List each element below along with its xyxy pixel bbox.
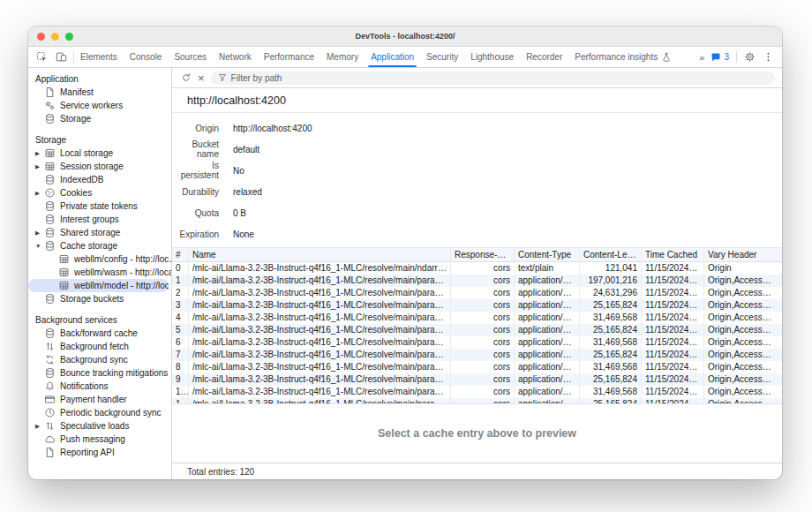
sidebar-item-webllm-config-http-loc[interactable]: webllm/config - http://loc… xyxy=(28,252,171,266)
cache-entry-row[interactable]: 7/mlc-ai/Llama-3.2-3B-Instruct-q4f16_1-M… xyxy=(172,349,782,361)
sidebar-item-indexeddb[interactable]: IndexedDB xyxy=(28,173,171,186)
cell-content-type: application/oc… xyxy=(515,312,580,324)
close-window-button[interactable] xyxy=(37,33,45,41)
cache-toolbar: × xyxy=(172,68,782,88)
sidebar-item-label: Storage buckets xyxy=(60,294,171,304)
sidebar-item-label: Shared storage xyxy=(60,228,171,237)
tab-recorder[interactable]: Recorder xyxy=(520,47,568,67)
zoom-window-button[interactable] xyxy=(65,33,73,41)
minimize-window-button[interactable] xyxy=(51,33,59,41)
column-header-[interactable]: # xyxy=(172,248,189,261)
tab-performance[interactable]: Performance xyxy=(258,47,320,67)
sidebar-item-webllm-wasm-http-loca[interactable]: webllm/wasm - http://loca… xyxy=(28,266,171,279)
tab-memory[interactable]: Memory xyxy=(320,47,365,67)
sidebar-item-background-fetch[interactable]: Background fetch xyxy=(28,340,171,353)
sidebar-item-shared-storage[interactable]: ▶Shared storage xyxy=(28,226,171,239)
tab-console[interactable]: Console xyxy=(124,47,169,67)
cell-time-cached: 11/15/2024, 10… xyxy=(642,275,704,287)
tab-application[interactable]: Application xyxy=(365,47,420,67)
metadata-value: relaxed xyxy=(233,187,262,197)
chevron-right-icon[interactable]: ▶ xyxy=(35,186,44,200)
cache-entry-row[interactable]: 6/mlc-ai/Llama-3.2-3B-Instruct-q4f16_1-M… xyxy=(172,336,782,349)
filter-input[interactable] xyxy=(231,73,768,83)
sidebar-item-label: Local storage xyxy=(60,148,171,158)
sidebar-item-speculative-loads[interactable]: ▶Speculative loads xyxy=(28,419,171,433)
sidebar-item-bounce-tracking-mitigations[interactable]: Bounce tracking mitigations xyxy=(28,366,171,380)
cache-entry-row[interactable]: 4/mlc-ai/Llama-3.2-3B-Instruct-q4f16_1-M… xyxy=(172,312,782,324)
cell-vary-header: Origin,Access… xyxy=(704,324,782,336)
cache-entry-row[interactable]: 5/mlc-ai/Llama-3.2-3B-Instruct-q4f16_1-M… xyxy=(172,324,782,336)
tab-label: Sources xyxy=(174,52,207,62)
origin-title: http://localhost:4200 xyxy=(172,88,782,113)
tab-label: Memory xyxy=(327,52,358,62)
cache-entry-row[interactable]: 8/mlc-ai/Llama-3.2-3B-Instruct-q4f16_1-M… xyxy=(172,361,782,373)
db-icon xyxy=(44,328,56,339)
inspect-element-icon[interactable] xyxy=(36,51,48,63)
cache-entry-row[interactable]: 1/mlc-ai/Llama-3.2-3B-Instruct-q4f16_1-M… xyxy=(172,275,782,287)
column-header-vary-header[interactable]: Vary Header xyxy=(704,248,782,261)
device-toolbar-icon[interactable] xyxy=(56,51,67,63)
sidebar-item-webllm-model-http-loc[interactable]: webllm/model - http://loc… xyxy=(28,279,169,292)
column-header-time-cached[interactable]: Time Cached xyxy=(642,248,704,261)
sidebar-item-payment-handler[interactable]: Payment handler xyxy=(28,393,171,406)
chevron-right-icon[interactable]: ▶ xyxy=(35,226,44,239)
cache-entry-row[interactable]: 10/mlc-ai/Llama-3.2-3B-Instruct-q4f16_1-… xyxy=(172,386,782,398)
refresh-button[interactable] xyxy=(181,72,192,83)
more-tabs-button[interactable]: » xyxy=(699,52,703,63)
cache-entry-row[interactable]: 9/mlc-ai/Llama-3.2-3B-Instruct-q4f16_1-M… xyxy=(172,373,782,386)
sidebar-item-storage-buckets[interactable]: Storage buckets xyxy=(28,292,171,305)
sidebar-item-reporting-api[interactable]: Reporting API xyxy=(28,446,171,459)
preview-pane: Select a cache entry above to preview xyxy=(172,403,782,463)
column-header-response-type[interactable]: Response-Type xyxy=(451,248,515,261)
db-icon xyxy=(44,174,56,185)
sidebar-item-interest-groups[interactable]: Interest groups xyxy=(28,213,171,226)
tab-security[interactable]: Security xyxy=(420,47,464,67)
cache-entry-row[interactable]: 2/mlc-ai/Llama-3.2-3B-Instruct-q4f16_1-M… xyxy=(172,287,782,299)
column-header-name[interactable]: Name xyxy=(189,248,451,261)
column-header-content-type[interactable]: Content-Type xyxy=(515,248,580,261)
kebab-menu-icon[interactable] xyxy=(763,51,774,63)
sidebar-item-session-storage[interactable]: ▶Session storage xyxy=(28,160,171,173)
devtools-tabbar: ElementsConsoleSourcesNetworkPerformance… xyxy=(28,47,782,68)
sidebar-item-manifest[interactable]: Manifest xyxy=(28,86,171,99)
cell-response-type: cors xyxy=(451,275,515,287)
tab-sources[interactable]: Sources xyxy=(168,47,213,67)
sidebar-item-back-forward-cache[interactable]: Back/forward cache xyxy=(28,327,171,340)
sidebar-item-private-state-tokens[interactable]: Private state tokens xyxy=(28,200,171,213)
cell-vary-header: Origin,Access… xyxy=(704,349,782,361)
cache-entry-row[interactable]: 0/mlc-ai/Llama-3.2-3B-Instruct-q4f16_1-M… xyxy=(172,262,782,275)
sidebar-item-background-sync[interactable]: Background sync xyxy=(28,353,171,366)
cell-content-length: 121,041 xyxy=(580,262,642,275)
sidebar-item-periodic-background-sync[interactable]: Periodic background sync xyxy=(28,406,171,419)
console-messages-badge[interactable]: 3 xyxy=(710,52,729,63)
cell-content-type: text/plain xyxy=(515,262,580,275)
preview-hint: Select a cache entry above to preview xyxy=(378,427,576,440)
column-header-content-length[interactable]: Content-Length xyxy=(580,248,642,261)
cell-time-cached: 11/15/2024, 10… xyxy=(642,361,704,373)
section-title: Storage xyxy=(28,133,171,147)
sidebar-item-service-workers[interactable]: Service workers xyxy=(28,99,171,112)
tab-lighthouse[interactable]: Lighthouse xyxy=(464,47,520,67)
sidebar-item-label: Back/forward cache xyxy=(60,328,171,338)
sidebar-item-label: webllm/config - http://loc… xyxy=(74,254,171,264)
clear-button[interactable]: × xyxy=(198,72,205,84)
tab-network[interactable]: Network xyxy=(213,47,258,67)
chevron-right-icon[interactable]: ▶ xyxy=(35,160,44,173)
sidebar-item-cache-storage[interactable]: ▼Cache storage xyxy=(28,239,171,252)
cell-vary-header: Origin,Access… xyxy=(704,287,782,299)
chevron-right-icon[interactable]: ▶ xyxy=(35,147,44,160)
metadata-label: Quota xyxy=(172,208,219,218)
sidebar-item-local-storage[interactable]: ▶Local storage xyxy=(28,147,171,160)
cache-entry-row[interactable]: 3/mlc-ai/Llama-3.2-3B-Instruct-q4f16_1-M… xyxy=(172,299,782,312)
chevron-down-icon[interactable]: ▼ xyxy=(35,239,44,252)
statusbar: Total entries: 120 xyxy=(172,463,782,479)
settings-gear-icon[interactable] xyxy=(744,51,756,63)
tab-performance-insights[interactable]: Performance insights xyxy=(568,47,678,67)
sidebar-item-push-messaging[interactable]: Push messaging xyxy=(28,433,171,446)
sidebar-section-application: ApplicationManifestService workersStorag… xyxy=(28,72,171,125)
chevron-right-icon[interactable]: ▶ xyxy=(35,419,44,433)
tab-elements[interactable]: Elements xyxy=(74,47,124,67)
sidebar-item-cookies[interactable]: ▶Cookies xyxy=(28,186,171,200)
sidebar-item-storage[interactable]: Storage xyxy=(28,112,171,125)
sidebar-item-notifications[interactable]: Notifications xyxy=(28,380,171,393)
